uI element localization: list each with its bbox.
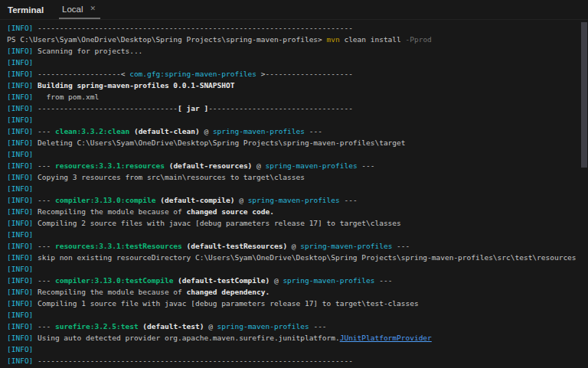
terminal-line: [INFO] — [7, 229, 577, 240]
panel-title[interactable]: Terminal — [8, 0, 44, 19]
terminal-line: [INFO] ---------------------------------… — [7, 355, 577, 366]
terminal-text-segment: [INFO] — [7, 70, 38, 78]
terminal-text-segment: --- — [340, 196, 358, 204]
terminal-text-segment: resources:3.3.1:testResources — [55, 242, 182, 250]
terminal-text-segment: clean:3.3.2:clean — [55, 127, 129, 135]
terminal-text-segment: Copying 3 resources from src\main\resour… — [38, 173, 305, 181]
terminal-line: [INFO] — [7, 263, 577, 275]
terminal-text-segment: -Pprod — [406, 35, 432, 44]
terminal-line: [INFO] Scanning for projects... — [7, 45, 577, 57]
terminal-text-segment: changed source code. — [187, 207, 274, 216]
terminal-text-segment: surefire:3.2.5:test — [55, 322, 139, 331]
terminal-line: [INFO] --- resources:3.3.1:resources (de… — [7, 160, 577, 171]
terminal-text-segment: [INFO] — [7, 196, 38, 204]
terminal-line: [INFO] — [7, 183, 577, 194]
terminal-text-segment: spring-maven-profiles — [300, 242, 392, 250]
terminal-text-segment: ----------------------------------------… — [38, 24, 353, 32]
terminal-text-segment: Recompiling the module because of — [38, 207, 186, 216]
terminal-text-segment: --- — [38, 196, 55, 204]
terminal-text-segment: [INFO] — [7, 127, 38, 135]
terminal-text-segment: [INFO] — [7, 288, 38, 296]
terminal-text-segment: [INFO] — [7, 207, 38, 216]
terminal-text-segment: [INFO] — [7, 265, 33, 273]
scrollbar-thumb[interactable] — [581, 22, 587, 168]
terminal-text-segment: (default-resources) — [169, 161, 253, 170]
terminal-text-segment: [ jar ] — [178, 104, 208, 112]
terminal-text-segment: spring-maven-profiles — [283, 276, 374, 285]
close-icon[interactable]: ✕ — [89, 4, 98, 14]
terminal-line: [INFO] -------------------< com.gfg:spri… — [7, 68, 577, 80]
terminal-text-segment: changed dependency. — [187, 288, 270, 296]
terminal-text-segment: spring-maven-profiles — [217, 322, 309, 331]
terminal-text-segment: com.gfg:spring-maven-profiles — [129, 70, 256, 78]
terminal-text-segment: spring-maven-profiles — [248, 196, 340, 204]
terminal-line: [INFO] --- clean:3.3.2:clean (default-cl… — [7, 125, 577, 137]
terminal-output[interactable]: [INFO] ---------------------------------… — [0, 21, 588, 368]
terminal-text-segment: [INFO] — [7, 219, 38, 227]
terminal-text-segment: resources:3.3.1:resources — [55, 161, 165, 170]
terminal-text-segment: >-------------------- — [256, 70, 353, 78]
terminal-text-segment: Building spring-maven-profiles 0.0.1-SNA… — [38, 81, 234, 90]
terminal-text-segment: [INFO] — [7, 322, 38, 331]
terminal-line: [INFO] Using auto detected provider org.… — [7, 332, 577, 344]
terminal-text-segment: [INFO] — [7, 357, 38, 365]
terminal-text-segment: --- — [305, 127, 322, 135]
tab-local[interactable]: Local ✕ — [59, 0, 100, 19]
terminal-text-segment: [INFO] — [7, 311, 33, 319]
terminal-text-segment: [INFO] — [7, 24, 38, 32]
terminal-text-segment: Using auto detected provider org.apache.… — [38, 334, 340, 342]
command-text: mvn — [327, 35, 340, 44]
terminal-text-segment: [INFO] — [7, 173, 38, 181]
terminal-text-segment: [INFO] — [7, 47, 38, 55]
terminal-text-segment: [INFO] — [7, 116, 33, 124]
terminal-text-segment: Deleting C:\Users\Syam\OneDrive\Desktop\… — [38, 138, 405, 147]
terminal-text-segment: compiler:3.13.0:testCompile — [55, 276, 173, 285]
terminal-text-segment: --- — [375, 276, 393, 285]
terminal-line: [INFO] Copying 3 resources from src\main… — [7, 171, 577, 183]
terminal-text-segment: --- — [38, 322, 55, 331]
terminal-text-segment: PS C:\Users\Syam\OneDrive\Desktop\Spring… — [7, 35, 327, 44]
terminal-text-segment: ----------------------------------------… — [38, 357, 353, 365]
terminal-text-segment: [INFO] — [7, 253, 38, 262]
terminal-line: [INFO] --- resources:3.3.1:testResources… — [7, 240, 577, 252]
terminal-line: [INFO] Deleting C:\Users\Syam\OneDrive\D… — [7, 137, 577, 148]
terminal-text-segment: [INFO] — [7, 242, 38, 250]
terminal-text-segment: --- — [38, 242, 55, 250]
terminal-text-segment: (default-testResources) — [187, 242, 288, 250]
terminal-text-segment: [INFO] — [7, 230, 33, 239]
terminal-text-segment: [INFO] — [7, 58, 33, 67]
terminal-text-segment: [INFO] — [7, 150, 33, 158]
scrollbar-track[interactable] — [580, 21, 588, 368]
terminal-text-segment: --------------------------------- — [208, 104, 353, 112]
terminal-text-segment: -------------------< — [38, 70, 129, 78]
terminal-text-segment: clean install — [340, 35, 406, 44]
terminal-line: [INFO] --- compiler:3.13.0:compile (defa… — [7, 194, 577, 206]
terminal-text-segment: [INFO] — [7, 138, 38, 147]
terminal-text-segment: (default-test) — [142, 322, 204, 331]
terminal-line: [INFO] Recompiling the module because of… — [7, 206, 577, 217]
terminal-text-segment: --- — [309, 322, 327, 331]
terminal-text-segment: [INFO] — [7, 184, 33, 193]
terminal-line: [INFO] — [7, 114, 577, 125]
terminal-text-segment: --- — [392, 242, 410, 250]
terminal-text-segment: Scanning for projects... — [38, 47, 142, 55]
junit-platform-provider-link[interactable]: JUnitPlatformProvider — [340, 334, 432, 342]
terminal-text-segment: [INFO] — [7, 345, 33, 353]
terminal-line: [INFO] --- compiler:3.13.0:testCompile (… — [7, 275, 577, 286]
terminal-text-segment: from pom.xml — [38, 93, 99, 101]
terminal-text-segment: @ — [234, 196, 247, 204]
terminal-line: [INFO] from pom.xml — [7, 91, 577, 103]
terminal-tab-bar: Terminal Local ✕ — [0, 0, 588, 20]
terminal-text-segment: --- — [358, 161, 375, 170]
terminal-text-segment: (default-clean) — [134, 127, 200, 135]
terminal-text-segment: @ — [204, 322, 217, 331]
terminal-text-segment: spring-maven-profiles — [266, 161, 358, 170]
terminal-line: [INFO] --------------------------------[… — [7, 103, 577, 114]
terminal-text-segment: skip non existing resourceDirectory C:\U… — [38, 253, 577, 262]
terminal-text-segment: [INFO] — [7, 93, 38, 101]
terminal-text-segment: @ — [200, 127, 213, 135]
terminal-line: [INFO] Recompiling the module because of… — [7, 286, 577, 298]
terminal-text-segment: (default-testCompile) — [178, 276, 270, 285]
terminal-line: [INFO] ---------------------------------… — [7, 22, 577, 34]
tab-local-label: Local — [62, 5, 83, 14]
